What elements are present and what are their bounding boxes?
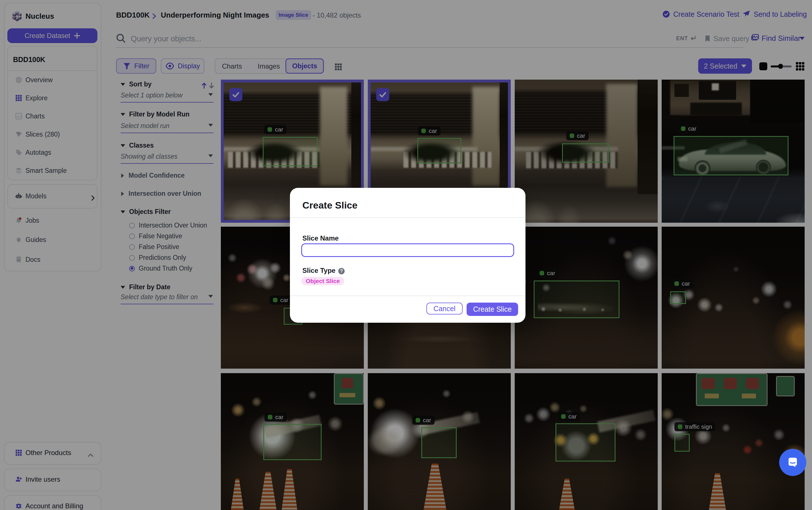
svg-text:?: ?	[340, 268, 343, 274]
